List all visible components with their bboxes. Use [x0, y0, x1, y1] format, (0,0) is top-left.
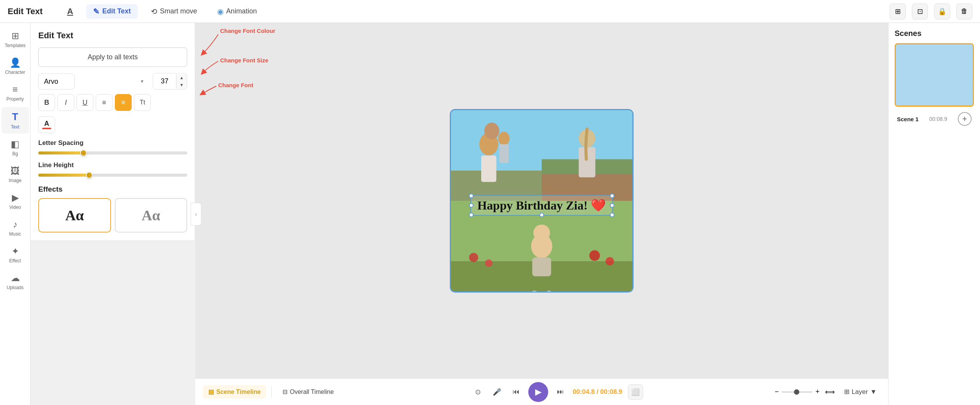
tab-edit-text[interactable]: ✎ Edit Text [86, 4, 138, 19]
svg-point-20 [606, 257, 614, 265]
skip-back-button[interactable]: ⏮ [509, 385, 523, 399]
font-color-icon: A [67, 7, 73, 16]
sidebar-item-text[interactable]: T Text [2, 107, 29, 133]
handle-bot-right[interactable] [610, 213, 614, 217]
font-size-down[interactable]: ▼ [176, 81, 187, 89]
bold-button[interactable]: B [38, 94, 55, 111]
focus-center-button[interactable]: ⊙ [471, 385, 485, 399]
font-size-up[interactable]: ▲ [176, 74, 187, 81]
sidebar-item-character[interactable]: 👤 Character [2, 54, 29, 79]
zoom-fit[interactable]: ⟺ [825, 388, 835, 396]
handle-top-left[interactable] [469, 194, 474, 198]
tab-font-color[interactable]: A [60, 4, 80, 19]
letter-spacing-thumb[interactable] [80, 150, 87, 156]
effect-card-2[interactable]: Aα [115, 198, 188, 233]
property-label: Property [7, 96, 24, 102]
scene-timeline-icon: ▤ [208, 388, 214, 395]
scene-1-thumb[interactable] [895, 43, 974, 107]
text-icon: T [12, 111, 18, 123]
handle-bot-mid[interactable] [539, 213, 544, 217]
canvas-text[interactable]: Happy Birthday Zia! ❤️ [477, 198, 606, 212]
scenes-title: Scenes [895, 29, 974, 38]
action-grid[interactable]: ⊞ [890, 3, 906, 20]
svg-text:Change Font Colour: Change Font Colour [220, 28, 275, 34]
sidebar-item-effect[interactable]: ✦ Effect [2, 242, 29, 267]
align-left-button[interactable]: ≡ [96, 94, 113, 111]
action-distribute[interactable]: ⊡ [912, 3, 928, 20]
sidebar-item-templates[interactable]: ⊞ Templates [2, 27, 29, 52]
case-button[interactable]: Tt [134, 94, 151, 111]
sidebar-item-uploads[interactable]: ☁ Uploads [2, 269, 29, 294]
edit-text-title: Edit Text [8, 7, 42, 16]
move-control[interactable]: ✥ [529, 291, 540, 293]
music-icon: ♪ [13, 219, 18, 230]
action-lock[interactable]: 🔒 [934, 3, 950, 20]
font-color-button[interactable]: A [38, 116, 55, 133]
italic-button[interactable]: I [57, 94, 74, 111]
underline-button[interactable]: U [77, 94, 93, 111]
photo-art-placeholder-2 [542, 110, 632, 201]
svg-point-17 [469, 253, 478, 262]
action-delete[interactable]: 🗑 [956, 3, 972, 20]
rotate-control[interactable]: ↻ [543, 291, 555, 293]
font-family-select[interactable]: Arvo Arial Georgia [38, 73, 75, 89]
zoom-plus[interactable]: + [815, 388, 820, 396]
character-icon: 👤 [10, 57, 21, 68]
tab-scene-timeline[interactable]: ▤ Scene Timeline [203, 385, 266, 398]
line-height-thumb[interactable] [86, 172, 93, 179]
tab-animation[interactable]: ◉ Animation [210, 4, 264, 19]
edit-panel-wrapper: Edit Text Apply to all texts Arvo Arial … [31, 23, 195, 405]
top-bar: Edit Text A ✎ Edit Text ⟲ Smart move ◉ A… [0, 0, 980, 23]
timeline-bar: ▤ Scene Timeline ⊟ Overall Timeline ⊙ 🎤 … [195, 378, 888, 405]
svg-point-19 [589, 250, 600, 261]
handle-bot-left[interactable] [469, 213, 474, 217]
letter-spacing-row: Letter Spacing [38, 139, 187, 155]
tab-overall-timeline[interactable]: ⊟ Overall Timeline [277, 385, 339, 398]
color-row: A [38, 116, 187, 133]
templates-label: Templates [5, 43, 26, 48]
edit-panel: Edit Text Apply to all texts Arvo Arial … [31, 23, 195, 240]
text-overlay[interactable]: Happy Birthday Zia! ❤️ [470, 195, 613, 216]
sidebar-item-bg[interactable]: ◧ Bg [2, 135, 29, 160]
canvas-area: Change Font Colour Change Font Size Chan… [195, 23, 888, 405]
letter-spacing-label: Letter Spacing [38, 139, 187, 147]
zoom-minus[interactable]: − [775, 388, 779, 396]
letter-spacing-slider[interactable] [38, 151, 187, 155]
time-display: 00:04.8 / 00:08.9 [573, 388, 622, 396]
play-button[interactable]: ▶ [528, 382, 548, 402]
zoom-slider[interactable] [782, 391, 812, 393]
sidebar-item-video[interactable]: ▶ Video [2, 189, 29, 214]
line-height-slider[interactable] [38, 174, 187, 177]
effect-preview-1: Aα [65, 207, 84, 224]
skip-forward-button[interactable]: ⏭ [554, 385, 567, 399]
add-scene-button[interactable]: + [958, 112, 972, 126]
handle-mid-left[interactable] [469, 203, 474, 208]
video-icon: ▶ [12, 192, 19, 203]
svg-rect-23 [532, 257, 551, 276]
annotations-overlay: Change Font Colour Change Font Size Chan… [195, 23, 444, 145]
effect-icon: ✦ [11, 246, 19, 257]
sidebar-item-image[interactable]: 🖼 Image [2, 162, 29, 187]
sidebar-item-music[interactable]: ♪ Music [2, 215, 29, 241]
align-center-button[interactable]: ≡ [115, 94, 132, 111]
font-size-input[interactable] [153, 73, 176, 89]
captions-button[interactable]: ⬜ [628, 384, 643, 400]
templates-icon: ⊞ [11, 31, 19, 41]
record-button[interactable]: 🎤 [490, 385, 504, 399]
time-separator: / [596, 388, 600, 395]
handle-top-right[interactable] [610, 194, 614, 198]
text-label: Text [11, 124, 19, 130]
collapse-panel-button[interactable]: ‹ [191, 203, 201, 226]
layer-label: Layer [852, 388, 868, 396]
zoom-controls: − + ⟺ [775, 388, 835, 396]
zoom-thumb[interactable] [794, 389, 799, 395]
scene-1-name: Scene 1 [897, 116, 919, 122]
character-label: Character [5, 70, 25, 75]
tab-smart-move[interactable]: ⟲ Smart move [144, 4, 204, 19]
handle-mid-right[interactable] [610, 203, 614, 208]
apply-all-button[interactable]: Apply to all texts [38, 47, 187, 67]
sidebar-item-property[interactable]: ≡ Property [2, 80, 29, 106]
effect-card-1[interactable]: Aα [38, 198, 111, 233]
layer-button[interactable]: ⊞ Layer ▼ [840, 385, 880, 398]
layer-stack-icon: ⊞ [844, 388, 849, 396]
